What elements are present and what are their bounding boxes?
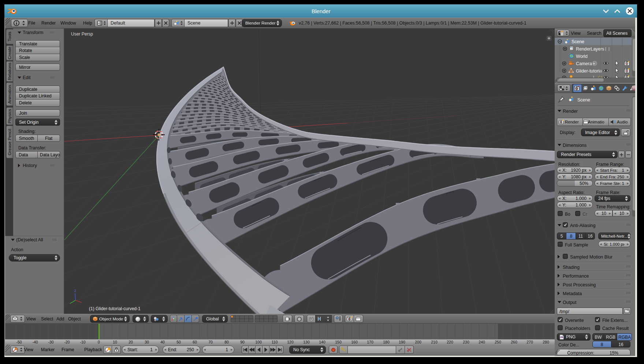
svg-text:User Persp: User Persp	[71, 31, 93, 37]
svg-text:(1) Glider-tutorial-curved-1: (1) Glider-tutorial-curved-1	[89, 306, 141, 311]
svg-text:Audio: Audio	[617, 120, 628, 124]
svg-text:Render: Render	[565, 120, 579, 124]
svg-text:z: z	[74, 289, 76, 293]
svg-text:Animatio: Animatio	[588, 120, 604, 124]
